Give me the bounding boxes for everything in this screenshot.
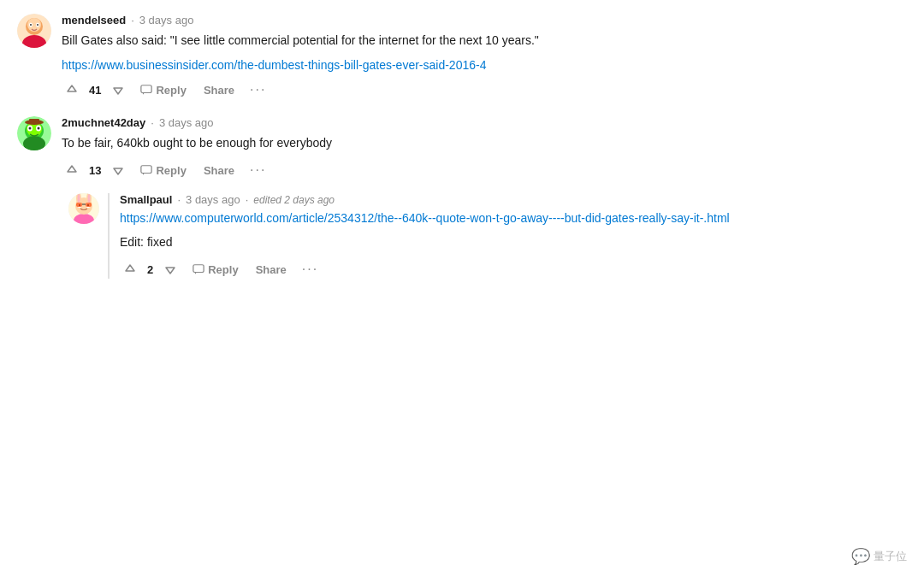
reply-label-2much: Reply — [156, 164, 186, 177]
reply-btn-2much[interactable]: Reply — [135, 162, 191, 179]
svg-rect-31 — [76, 203, 82, 207]
share-btn-smallpaul[interactable]: Share — [251, 262, 292, 278]
share-label-mendelseed: Share — [204, 84, 234, 97]
username-smallpaul: Smallpaul — [120, 193, 172, 206]
actions-mendelseed: 41 Reply Share ··· — [62, 80, 907, 99]
share-label-2much: Share — [204, 164, 234, 177]
comment-text-mendelseed: Bill Gates also said: "I see little comm… — [62, 32, 907, 50]
comment-mendelseed: mendelseed · 3 days ago Bill Gates also … — [17, 14, 907, 99]
upvote-mendelseed[interactable] — [62, 81, 82, 98]
comment-body-2much: 2muchnet42day · 3 days ago To be fair, 6… — [62, 116, 907, 279]
svg-point-14 — [29, 127, 32, 130]
actions-smallpaul: 2 Reply Share — [120, 260, 907, 279]
downvote-smallpaul[interactable] — [160, 261, 181, 278]
reply-btn-mendelseed[interactable]: Reply — [135, 82, 191, 98]
more-btn-smallpaul[interactable]: ··· — [299, 260, 322, 279]
upvote-2much[interactable] — [62, 162, 82, 179]
username-mendelseed: mendelseed — [62, 14, 126, 26]
actions-2much: 13 Reply Share ··· — [62, 161, 907, 180]
nested-body-smallpaul: Smallpaul · 3 days ago · edited 2 days a… — [108, 193, 907, 279]
svg-rect-34 — [193, 265, 204, 273]
timestamp-2much: 3 days ago — [159, 116, 214, 129]
comment-link-mendelseed[interactable]: https://www.businessinsider.com/the-dumb… — [62, 58, 907, 72]
vote-count-2much: 13 — [89, 164, 101, 177]
comment-extra-smallpaul: Edit: fixed — [120, 233, 907, 251]
svg-rect-18 — [29, 119, 39, 123]
comment-header-smallpaul: Smallpaul · 3 days ago · edited 2 days a… — [120, 193, 907, 206]
svg-point-26 — [88, 194, 91, 203]
svg-point-6 — [30, 24, 32, 26]
reply-label-mendelseed: Reply — [156, 84, 186, 97]
svg-point-7 — [37, 24, 38, 26]
comment-header-mendelseed: mendelseed · 3 days ago — [62, 14, 907, 26]
share-label-smallpaul: Share — [256, 263, 287, 276]
svg-rect-32 — [86, 203, 92, 207]
reply-btn-smallpaul[interactable]: Reply — [187, 262, 243, 278]
comment-header-2much: 2muchnet42day · 3 days ago — [62, 116, 907, 129]
comment-text-2much: To be fair, 640kb ought to be enough for… — [62, 134, 907, 152]
comment-2much: 2muchnet42day · 3 days ago To be fair, 6… — [17, 116, 907, 279]
timestamp-smallpaul: 3 days ago — [186, 193, 240, 206]
downvote-2much[interactable] — [108, 162, 128, 179]
more-btn-2much[interactable]: ··· — [246, 161, 270, 180]
svg-rect-8 — [141, 85, 151, 93]
comment-body-mendelseed: mendelseed · 3 days ago Bill Gates also … — [62, 14, 907, 99]
vote-count-smallpaul: 2 — [147, 263, 153, 276]
avatar-mendelseed — [17, 14, 51, 48]
username-2much: 2muchnet42day — [62, 116, 145, 129]
svg-point-15 — [38, 127, 40, 130]
svg-rect-19 — [141, 166, 151, 174]
avatar-smallpaul — [68, 193, 99, 224]
downvote-mendelseed[interactable] — [108, 81, 128, 98]
nested-comment-smallpaul: Smallpaul · 3 days ago · edited 2 days a… — [68, 193, 907, 279]
share-btn-2much[interactable]: Share — [198, 162, 240, 179]
more-btn-mendelseed[interactable]: ··· — [246, 80, 270, 99]
avatar-2much — [17, 116, 51, 150]
timestamp-mendelseed: 3 days ago — [139, 14, 194, 26]
upvote-smallpaul[interactable] — [120, 261, 140, 278]
reply-label-smallpaul: Reply — [208, 263, 238, 276]
comment-link-smallpaul[interactable]: https://www.computerworld.com/article/25… — [120, 211, 907, 225]
edited-smallpaul: edited 2 days ago — [253, 194, 335, 206]
vote-count-mendelseed: 41 — [89, 84, 101, 97]
svg-point-25 — [78, 194, 80, 203]
share-btn-mendelseed[interactable]: Share — [198, 82, 240, 98]
